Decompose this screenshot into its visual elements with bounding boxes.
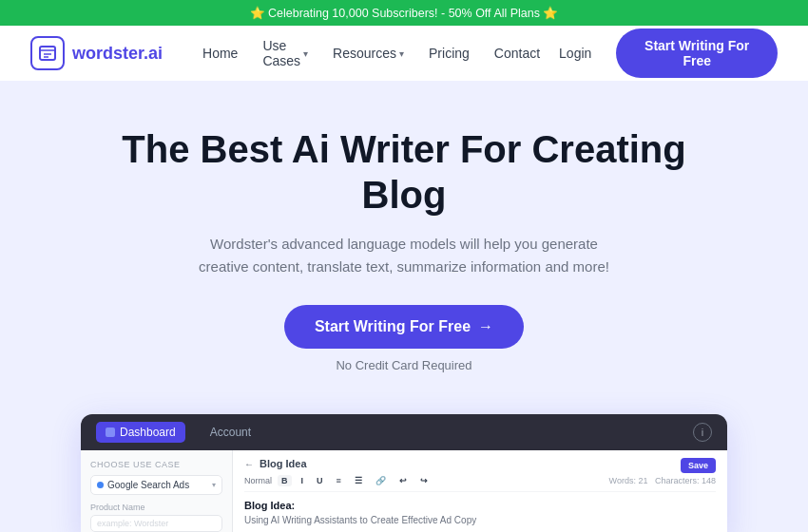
nav-item-pricing[interactable]: Pricing [419, 40, 479, 66]
hero-title: The Best Ai Writer For Creating Blog [30, 126, 778, 218]
bold-button[interactable]: B [278, 475, 292, 486]
redo-button[interactable]: ↪ [416, 475, 432, 486]
account-tab[interactable]: Account [201, 422, 260, 443]
editor-area: ← Blog Idea Save Normal B I U ≡ ☰ 🔗 ↩ ↪ [233, 450, 727, 532]
chevron-down-icon: ▾ [212, 481, 216, 489]
hero-cta-button[interactable]: Start Writing For Free → [284, 305, 524, 349]
chevron-down-icon: ▾ [303, 48, 308, 59]
app-tabs: Dashboard Account [96, 422, 260, 443]
no-credit-card-text: No Credit Card Required [30, 358, 778, 372]
use-case-dropdown[interactable]: Google Search Ads ▾ [90, 475, 222, 495]
logo-text: wordster.ai [72, 44, 163, 64]
nav-item-home[interactable]: Home [193, 40, 247, 66]
product-name-label: Product Name [90, 503, 222, 512]
style-dropdown[interactable]: Normal [244, 476, 272, 485]
app-titlebar: Dashboard Account i [81, 414, 727, 450]
chevron-down-icon: ▾ [399, 48, 404, 59]
use-case-label: Choose Use Case [90, 460, 222, 469]
nav-item-resources[interactable]: Resources ▾ [323, 40, 414, 66]
editor-toolbar: Normal B I U ≡ ☰ 🔗 ↩ ↪ Words: 21 Charact… [244, 475, 716, 492]
login-button[interactable]: Login [549, 40, 601, 66]
product-name-input[interactable]: example: Wordster [90, 515, 222, 532]
logo-icon [30, 36, 65, 70]
dashboard-tab[interactable]: Dashboard [96, 422, 185, 443]
nav-item-contact[interactable]: Contact [485, 40, 549, 66]
editor-content-heading: Blog Idea: [244, 500, 716, 511]
announcement-bar: ⭐ Celebrating 10,000 Subscribers! - 50% … [0, 0, 808, 26]
nav-right: Login Start Writing For Free [549, 28, 778, 78]
google-dot-icon [97, 482, 104, 488]
editor-content-text[interactable]: Using AI Writing Assistants to Create Ef… [244, 515, 716, 525]
link-button[interactable]: 🔗 [372, 475, 390, 486]
back-button[interactable]: ← [244, 459, 254, 469]
word-char-count: Words: 21 Characters: 148 [609, 476, 716, 485]
nav-links: Home Use Cases ▾ Resources ▾ Pricing Con… [193, 32, 549, 74]
info-icon[interactable]: i [693, 423, 712, 442]
svg-rect-0 [40, 47, 55, 60]
arrow-icon: → [478, 318, 493, 335]
editor-top-row: ← Blog Idea Save [244, 458, 716, 475]
ordered-list-button[interactable]: ☰ [351, 475, 366, 486]
nav-item-usecases[interactable]: Use Cases ▾ [253, 32, 317, 74]
logo[interactable]: wordster.ai [30, 36, 163, 70]
app-window: Dashboard Account i Choose Use Case Goog… [81, 414, 727, 532]
hero-section: The Best Ai Writer For Creating Blog Wor… [0, 81, 808, 399]
editor-page-title: Blog Idea [260, 458, 307, 469]
app-body: Choose Use Case Google Search Ads ▾ Prod… [81, 450, 727, 532]
underline-button[interactable]: U [313, 475, 327, 486]
navbar: wordster.ai Home Use Cases ▾ Resources ▾… [0, 26, 808, 81]
unordered-list-button[interactable]: ≡ [333, 475, 345, 486]
save-button[interactable]: Save [681, 458, 716, 473]
nav-cta-button[interactable]: Start Writing For Free [616, 28, 778, 78]
announcement-text: ⭐ Celebrating 10,000 Subscribers! - 50% … [250, 7, 559, 20]
app-sidebar: Choose Use Case Google Search Ads ▾ Prod… [81, 450, 233, 532]
italic-button[interactable]: I [298, 475, 308, 486]
editor-title-row: ← Blog Idea [244, 458, 307, 469]
app-preview-section: Dashboard Account i Choose Use Case Goog… [0, 399, 808, 532]
hero-subtitle: Wordster's advanced language models will… [185, 233, 623, 278]
dashboard-icon [106, 428, 115, 437]
undo-button[interactable]: ↩ [395, 475, 411, 486]
